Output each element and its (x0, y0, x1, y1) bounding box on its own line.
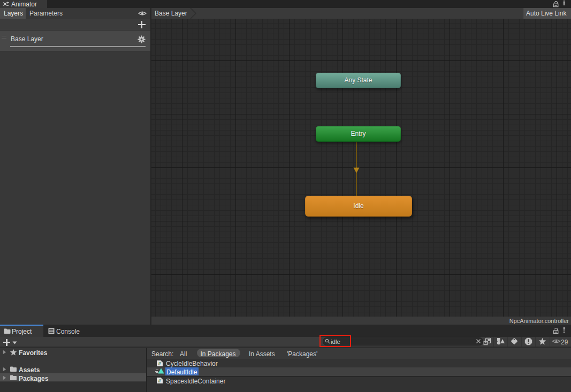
svg-text:#: # (158, 360, 162, 366)
svg-text:#: # (158, 378, 162, 383)
